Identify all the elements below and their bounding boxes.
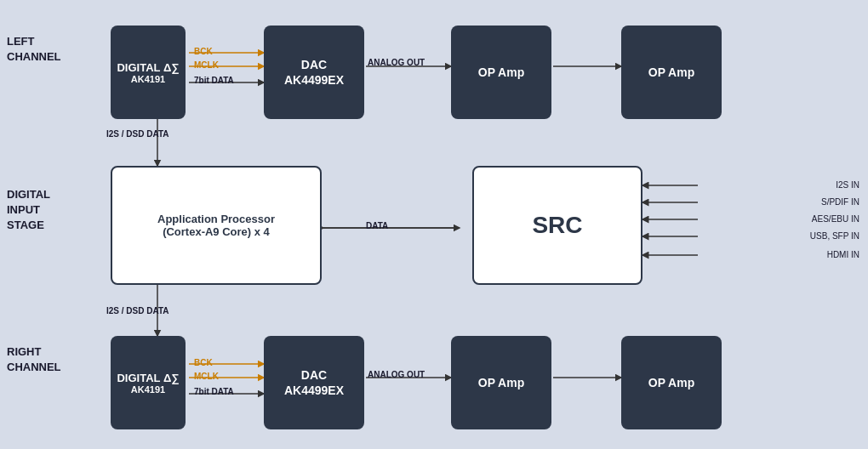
hdmi-in-label: HDMI IN <box>827 250 859 259</box>
right-channel-line2: CHANNEL <box>7 361 61 373</box>
left-op-amp-1-label: OP Amp <box>478 65 524 80</box>
left-channel-line2: CHANNEL <box>7 50 61 63</box>
right-channel-line1: RIGHT <box>7 345 41 358</box>
processor-line1: Application Processor <box>157 213 275 225</box>
left-op-amp-2-label: OP Amp <box>648 65 694 80</box>
right-digital-line1: DIGITAL Δ∑ <box>117 372 179 384</box>
right-op-amp-2: OP Amp <box>621 336 722 429</box>
right-digital-line2: AK4191 <box>117 384 179 395</box>
right-analog-out-label: ANALOG OUT <box>368 370 425 379</box>
left-channel-line1: LEFT <box>7 35 35 48</box>
src-block: SRC <box>472 166 642 285</box>
i2s-in-label: I2S IN <box>836 180 859 190</box>
digital-input-line1: DIGITAL <box>7 188 50 201</box>
right-dac-line2: AK4499EX <box>284 383 344 398</box>
left-analog-out-label: ANALOG OUT <box>368 58 425 67</box>
left-dac-block: DAC AK4499EX <box>264 26 364 119</box>
left-i2s-dsd-label: I2S / DSD DATA <box>106 129 169 139</box>
right-i2s-dsd-label: I2S / DSD DATA <box>106 306 169 315</box>
right-op-amp-1-label: OP Amp <box>478 375 524 390</box>
left-channel-label: LEFT CHANNEL <box>7 34 61 65</box>
left-digital-line2: AK4191 <box>117 74 179 84</box>
right-bck-label: BCK <box>194 358 213 367</box>
right-channel-label: RIGHT CHANNEL <box>7 344 61 375</box>
right-dac-block: DAC AK4499EX <box>264 336 364 429</box>
spdif-in-label: S/PDIF IN <box>821 197 859 207</box>
left-dac-line2: AK4499EX <box>284 72 344 88</box>
right-digital-block: DIGITAL Δ∑ AK4191 <box>111 336 186 429</box>
processor-block: Application Processor (Cortex-A9 Core) x… <box>111 166 322 285</box>
data-signal-label: DATA <box>366 221 388 230</box>
diagram: LEFT CHANNEL DIGITAL Δ∑ AK4191 BCK MCLK … <box>0 0 868 449</box>
right-mclk-label: MCLK <box>194 372 219 381</box>
right-op-amp-2-label: OP Amp <box>648 375 694 390</box>
right-dac-line1: DAC <box>284 367 344 383</box>
right-op-amp-1: OP Amp <box>451 336 551 429</box>
left-mclk-label: MCLK <box>194 60 219 70</box>
digital-input-line2: INPUT <box>7 203 40 216</box>
aesebu-in-label: AES/EBU IN <box>812 214 859 224</box>
left-bck-label: BCK <box>194 47 213 56</box>
digital-input-label: DIGITAL INPUT STAGE <box>7 187 50 234</box>
digital-input-line3: STAGE <box>7 219 44 231</box>
left-op-amp-1: OP Amp <box>451 26 551 119</box>
left-7bit-label: 7bit DATA <box>194 76 234 85</box>
left-dac-line1: DAC <box>284 57 344 72</box>
left-digital-line1: DIGITAL Δ∑ <box>117 61 179 74</box>
left-op-amp-2: OP Amp <box>621 26 722 119</box>
left-digital-block: DIGITAL Δ∑ AK4191 <box>111 26 186 119</box>
usb-sfp-in-label: USB, SFP IN <box>810 231 859 241</box>
src-label: SRC <box>532 212 582 239</box>
processor-line2: (Cortex-A9 Core) x 4 <box>157 225 275 238</box>
right-7bit-label: 7bit DATA <box>194 387 234 396</box>
